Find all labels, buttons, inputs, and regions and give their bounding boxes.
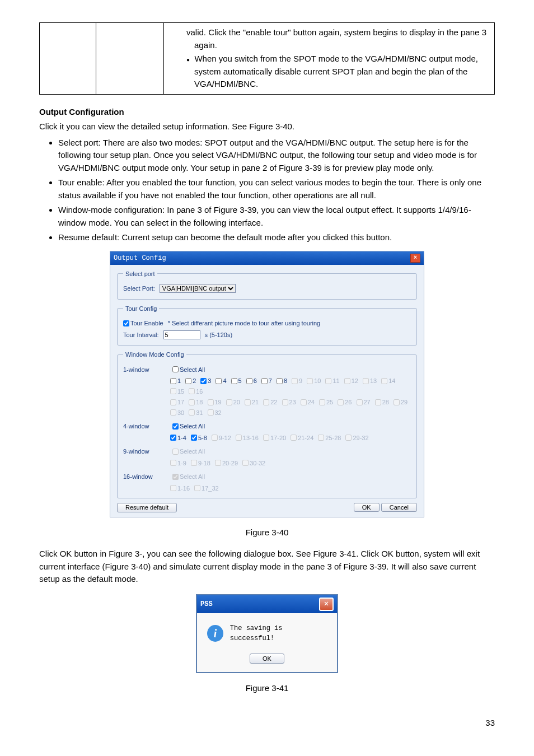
w1-cb-20: 20 xyxy=(226,398,240,407)
select-port-label: Select Port: xyxy=(123,284,155,293)
w4-cb-7: 25-28 xyxy=(318,433,341,443)
tour-config-legend: Tour Config xyxy=(123,304,159,314)
w4-cb-3: 9-12 xyxy=(212,433,231,443)
w1-cb-26: 26 xyxy=(338,398,352,407)
w1-cb-13: 13 xyxy=(363,376,377,386)
w4-label: 4-window xyxy=(123,422,168,431)
pss-ok-button[interactable]: OK xyxy=(250,654,284,664)
w4-cb-4: 13-16 xyxy=(236,433,259,443)
w4-selectall[interactable]: Select All xyxy=(172,422,205,431)
tour-config-fieldset: Tour Config Tour Enable * Select differa… xyxy=(117,304,417,346)
w9-cb-2: 9-18 xyxy=(191,459,210,468)
w1-cb-17: 17 xyxy=(170,398,184,407)
w9-row: 1-9 9-18 20-29 30-32 xyxy=(170,459,411,468)
w1-cb-15: 15 xyxy=(170,387,184,396)
w1-cb-18: 18 xyxy=(189,398,203,407)
w1-cb-29: 29 xyxy=(394,398,407,407)
resume-default-button[interactable]: Resume default xyxy=(117,503,177,512)
w1-cb-1[interactable]: 1 xyxy=(170,376,181,386)
w1-cb-28: 28 xyxy=(375,398,389,407)
w16-cb-2: 17_32 xyxy=(194,484,219,493)
w16-label: 16-window xyxy=(123,472,168,482)
w1-cb-3[interactable]: 3 xyxy=(200,376,211,386)
w4-cb-5: 17-20 xyxy=(263,433,286,443)
window-mode-legend: Window Mode Config xyxy=(123,350,186,360)
close-icon[interactable]: × xyxy=(410,254,420,263)
select-port-legend: Select port xyxy=(123,269,157,279)
w1-cb-25: 25 xyxy=(319,398,333,407)
pss-messagebox: PSS ✕ i The saving is successful! OK xyxy=(196,594,338,673)
cancel-button[interactable]: Cancel xyxy=(381,503,417,512)
tour-interval-label: Tour Interval: xyxy=(123,330,159,340)
window-mode-fieldset: Window Mode Config 1-window Select All 1… xyxy=(117,350,417,498)
w4-cb-6: 21-24 xyxy=(291,433,313,443)
w1-cb-9: 9 xyxy=(292,376,302,386)
bullet-4: Resume default: Current setup can become… xyxy=(58,231,495,244)
page-number: 33 xyxy=(39,717,495,730)
w9-cb-4: 30-32 xyxy=(242,459,265,468)
w16-row: 1-16 17_32 xyxy=(170,484,411,493)
bullet-3: Window-mode configuration: In pane 3 of … xyxy=(58,204,495,229)
w1-cb-21: 21 xyxy=(245,398,259,407)
tour-interval-input[interactable] xyxy=(163,330,200,339)
w4-row: 1-4 5-8 9-12 13-16 17-20 21-24 25-28 29-… xyxy=(170,433,411,443)
w4-cb-8: 29-32 xyxy=(345,433,368,443)
info-icon: i xyxy=(207,625,223,642)
w9-selectall: Select All xyxy=(172,447,205,456)
w1-cb-19: 19 xyxy=(208,398,222,407)
w1-cb-4[interactable]: 4 xyxy=(216,376,226,386)
w1-cb-10: 10 xyxy=(307,376,321,386)
w9-cb-3: 20-29 xyxy=(215,459,238,468)
w1-row1: 1 2 3 4 5 6 7 8 9 10 11 12 13 14 15 16 xyxy=(170,376,411,396)
w1-cb-32: 32 xyxy=(208,408,222,418)
figure-caption-1: Figure 3-40 xyxy=(39,526,495,539)
w1-cb-23: 23 xyxy=(282,398,296,407)
w9-label: 9-window xyxy=(123,447,168,456)
w1-cb-2[interactable]: 2 xyxy=(185,376,196,386)
tour-enable-checkbox[interactable]: Tour Enable xyxy=(123,319,163,328)
w1-label: 1-window xyxy=(123,365,168,375)
w1-selectall[interactable]: Select All xyxy=(172,365,205,375)
ok-button[interactable]: OK xyxy=(354,503,380,512)
w1-cb-27: 27 xyxy=(357,398,371,407)
w1-row2: 17 18 19 20 21 22 23 24 25 26 27 28 29 3… xyxy=(170,398,411,417)
pss-title: PSS xyxy=(200,599,213,609)
tbl-col2 xyxy=(96,23,164,95)
w1-cb-16: 16 xyxy=(189,387,203,396)
section-heading: Output Configuration xyxy=(39,106,495,119)
intro-text: Click it you can view the detailed setup… xyxy=(39,120,495,133)
w4-cb-2[interactable]: 5-8 xyxy=(191,433,207,443)
pss-message: The saving is successful! xyxy=(230,623,327,643)
w16-selectall: Select All xyxy=(172,472,205,482)
w9-cb-1: 1-9 xyxy=(170,459,186,468)
select-port-fieldset: Select port Select Port: VGA|HDMI|BNC ou… xyxy=(117,269,417,300)
dialog-title: Output Config xyxy=(114,253,166,263)
w1-cb-22: 22 xyxy=(263,398,277,407)
continuation-table: valid. Click the "enable tour" button ag… xyxy=(39,22,495,95)
tour-enable-note: * Select differant picture mode to tour … xyxy=(168,319,321,328)
dialog-titlebar: Output Config × xyxy=(110,251,424,265)
w1-cb-6[interactable]: 6 xyxy=(246,376,257,386)
w4-cb-1[interactable]: 1-4 xyxy=(170,433,186,443)
w1-cb-7[interactable]: 7 xyxy=(261,376,272,386)
bullet-1: Select port: There are also two modes: S… xyxy=(58,137,495,175)
tbl-line-1: valid. Click the "enable tour" button ag… xyxy=(186,26,489,52)
tbl-col3: valid. Click the "enable tour" button ag… xyxy=(164,23,495,95)
w1-cb-8[interactable]: 8 xyxy=(277,376,287,386)
tbl-line-2: ● When you switch from the SPOT mode to … xyxy=(186,53,489,91)
w1-cb-12: 12 xyxy=(344,376,358,386)
figure-caption-2: Figure 3-41 xyxy=(39,682,495,695)
output-config-dialog: Output Config × Select port Select Port:… xyxy=(110,251,424,517)
w1-cb-31: 31 xyxy=(189,408,203,418)
bullet-list: Select port: There are also two modes: S… xyxy=(39,137,495,244)
w1-cb-5[interactable]: 5 xyxy=(231,376,242,386)
w1-cb-24: 24 xyxy=(301,398,315,407)
tbl-col1 xyxy=(40,23,96,95)
w1-cb-11: 11 xyxy=(325,376,339,386)
tour-interval-unit: s (5-120s) xyxy=(205,330,233,340)
paragraph-2: Click OK button in Figure 3-, you can se… xyxy=(39,548,495,586)
w1-cb-14: 14 xyxy=(381,376,395,386)
select-port-dropdown[interactable]: VGA|HDMI|BNC output xyxy=(160,284,236,293)
close-icon[interactable]: ✕ xyxy=(319,598,334,611)
bullet-2: Tour enable: After you enabled the tour … xyxy=(58,176,495,202)
